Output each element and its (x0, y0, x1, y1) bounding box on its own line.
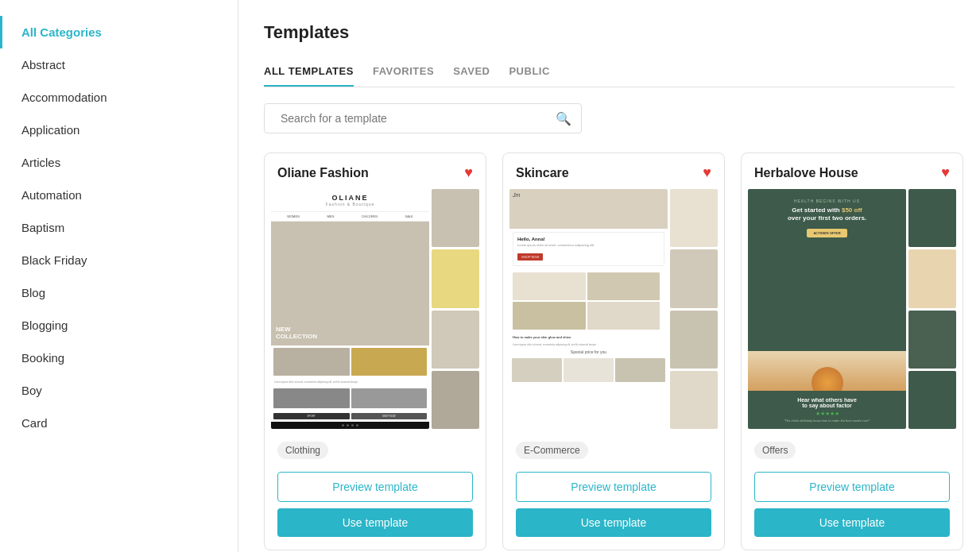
sidebar-item-boy[interactable]: Boy (0, 374, 238, 407)
card-header-herbalove: Herbalove House ♥ (742, 153, 963, 189)
card-title-skincare: Skincare (516, 166, 569, 180)
preview-side-herbalove (908, 189, 956, 429)
sidebar-item-card[interactable]: Card (0, 407, 238, 439)
preview-template-button-oliane[interactable]: Preview template (277, 472, 473, 502)
sidebar-item-abstract[interactable]: Abstract (0, 48, 238, 81)
tab-public[interactable]: PUBLIC (509, 59, 549, 87)
sidebar-item-label: Accommodation (21, 91, 107, 104)
templates-grid: Oliane Fashion ♥ OLIANE Fashion & Boutiq… (264, 152, 955, 550)
card-tag-herbalove: Offers (754, 442, 796, 459)
card-preview-oliane: OLIANE Fashion & Boutique WOMENMENCHILDR… (265, 189, 486, 435)
template-card-skincare: Skincare ♥ Jm Hello, Anna! Lorem ipsum d… (502, 152, 725, 550)
heart-icon-herbalove[interactable]: ♥ (941, 164, 950, 181)
sidebar-item-label: Baptism (21, 221, 64, 234)
sidebar-item-application[interactable]: Application (0, 114, 238, 146)
sidebar-item-blog[interactable]: Blog (0, 276, 238, 309)
tab-all-templates[interactable]: ALL TEMPLATES (264, 59, 354, 87)
card-tag-row-oliane: Clothing (265, 435, 486, 465)
preview-side-oliane (432, 189, 479, 429)
card-tag-oliane: Clothing (277, 442, 328, 459)
card-preview-skincare: Jm Hello, Anna! Lorem ipsum dolor sit am… (503, 189, 724, 435)
sidebar-item-label: Blog (21, 286, 45, 299)
heart-icon-oliane[interactable]: ♥ (464, 164, 473, 181)
sidebar-item-blogging[interactable]: Blogging (0, 309, 238, 342)
preview-main-herbalove: HEALTH BEGINS WITH US Get started with $… (748, 189, 906, 429)
tab-saved[interactable]: SAVED (453, 59, 490, 87)
card-actions-oliane: Preview template Use template (265, 465, 486, 550)
sidebar-item-label: Application (21, 123, 79, 137)
card-actions-herbalove: Preview template Use template (742, 465, 963, 550)
use-template-button-herbalove[interactable]: Use template (754, 508, 950, 537)
use-template-button-skincare[interactable]: Use template (516, 508, 711, 537)
sidebar-item-label: Articles (21, 156, 60, 169)
tab-favorites[interactable]: FAVORITES (373, 59, 434, 87)
card-title-oliane: Oliane Fashion (277, 166, 369, 180)
search-input[interactable] (274, 104, 556, 133)
card-preview-herbalove: HEALTH BEGINS WITH US Get started with $… (742, 189, 963, 435)
preview-main-skincare: Jm Hello, Anna! Lorem ipsum dolor sit am… (509, 189, 668, 429)
preview-main-oliane: OLIANE Fashion & Boutique WOMENMENCHILDR… (271, 189, 429, 429)
sidebar-item-label: Card (21, 416, 48, 430)
page-title: Templates (264, 22, 955, 43)
card-tag-row-herbalove: Offers (742, 435, 963, 465)
use-template-button-oliane[interactable]: Use template (277, 508, 473, 537)
search-container: 🔍 (264, 103, 582, 133)
heart-icon-skincare[interactable]: ♥ (703, 164, 711, 181)
card-header-oliane: Oliane Fashion ♥ (265, 153, 486, 189)
preview-template-button-herbalove[interactable]: Preview template (754, 472, 950, 502)
card-title-herbalove: Herbalove House (754, 166, 858, 180)
sidebar: All Categories Abstract Accommodation Ap… (0, 0, 238, 552)
sidebar-item-accommodation[interactable]: Accommodation (0, 81, 238, 114)
sidebar-item-all-categories[interactable]: All Categories (0, 16, 238, 48)
card-header-skincare: Skincare ♥ (503, 153, 724, 189)
card-tag-row-skincare: E-Commerce (503, 435, 724, 465)
card-actions-skincare: Preview template Use template (503, 465, 724, 550)
sidebar-item-label: Booking (21, 351, 64, 365)
sidebar-item-label: Automation (21, 188, 82, 202)
search-icon: 🔍 (556, 111, 571, 126)
sidebar-item-label: Black Friday (21, 253, 87, 267)
sidebar-item-label: Abstract (21, 58, 65, 71)
sidebar-item-label: Blogging (21, 318, 68, 332)
main-content: Templates ALL TEMPLATES FAVORITES SAVED … (238, 0, 980, 552)
sidebar-item-booking[interactable]: Booking (0, 342, 238, 374)
sidebar-item-articles[interactable]: Articles (0, 146, 238, 179)
template-card-herbalove: Herbalove House ♥ HEALTH BEGINS WITH US … (741, 152, 963, 550)
preview-side-skincare (670, 189, 718, 429)
sidebar-item-label: All Categories (21, 25, 102, 39)
preview-template-button-skincare[interactable]: Preview template (516, 472, 711, 502)
sidebar-item-automation[interactable]: Automation (0, 179, 238, 211)
tabs-bar: ALL TEMPLATES FAVORITES SAVED PUBLIC (264, 59, 955, 87)
template-card-oliane: Oliane Fashion ♥ OLIANE Fashion & Boutiq… (264, 152, 486, 550)
sidebar-item-black-friday[interactable]: Black Friday (0, 244, 238, 276)
sidebar-item-baptism[interactable]: Baptism (0, 211, 238, 244)
sidebar-item-label: Boy (21, 384, 42, 397)
card-tag-skincare: E-Commerce (516, 442, 588, 459)
